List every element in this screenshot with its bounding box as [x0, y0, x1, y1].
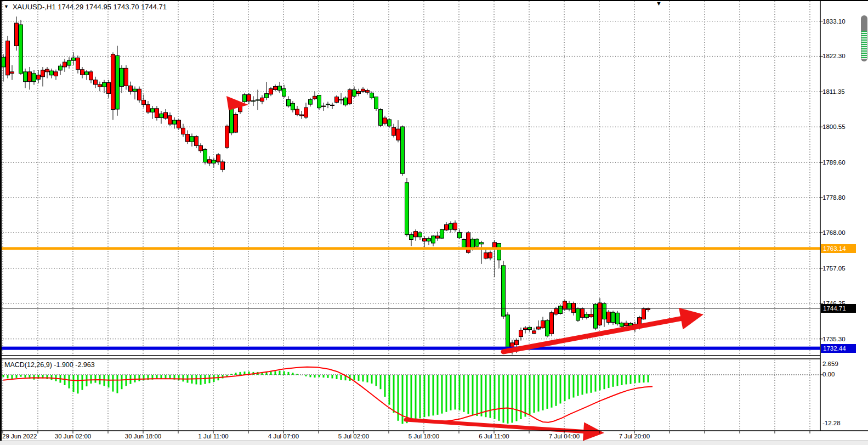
candle-body — [203, 149, 207, 162]
candle-body — [449, 223, 453, 229]
candle-body — [41, 70, 45, 77]
candle-body — [353, 89, 356, 96]
candle-body — [265, 94, 269, 98]
candle-body — [151, 109, 155, 112]
candle-body — [326, 104, 330, 105]
candle-body — [475, 239, 479, 246]
macd-downtrend-arrow — [406, 420, 583, 431]
resistance-level-line — [2, 247, 820, 250]
candle-body — [361, 89, 365, 91]
candle-body — [76, 58, 80, 69]
candle-body — [120, 68, 124, 86]
candle-body — [528, 327, 532, 329]
price-axis-label: 1789.60 — [822, 159, 846, 166]
candle-body — [519, 330, 523, 337]
chart-canvas[interactable] — [0, 0, 868, 445]
candle-body — [46, 69, 49, 72]
candle-body — [85, 72, 89, 75]
candle-body — [357, 91, 361, 93]
candle-body — [252, 101, 256, 102]
candle-body — [366, 91, 370, 93]
time-axis-label: 4 Jul 07:00 — [268, 432, 299, 440]
candle-body — [396, 129, 400, 140]
candle-body — [129, 86, 133, 91]
chart-shift-marker-icon[interactable]: ▼ — [656, 0, 662, 7]
macd-scale-zero: 0.00 — [822, 371, 835, 378]
macd-scale-max: 2.659 — [822, 360, 838, 368]
candle-body — [414, 232, 418, 237]
candle-body — [313, 96, 317, 99]
support-level-line — [2, 347, 820, 350]
candle-body — [515, 340, 519, 345]
candle-body — [19, 25, 23, 74]
candle-body — [611, 312, 615, 322]
candle-body — [598, 303, 602, 325]
candle-body — [524, 328, 527, 330]
time-axis-label: 5 Jul 18:00 — [409, 432, 439, 440]
candle-body — [432, 236, 435, 243]
candle-body — [375, 97, 378, 109]
candle-body — [572, 303, 576, 313]
candle-body — [594, 304, 598, 328]
candle-body — [581, 309, 585, 318]
candle-body — [282, 89, 286, 97]
candle-body — [208, 160, 212, 164]
candle-body — [537, 327, 541, 329]
candle-body — [217, 155, 220, 162]
candle-body — [107, 82, 111, 93]
candle-body — [506, 315, 510, 348]
candle-body — [559, 306, 563, 314]
candle-body — [164, 112, 168, 119]
candle-body — [405, 183, 409, 235]
price-axis-label: 1768.00 — [822, 229, 846, 236]
candle-body — [111, 54, 115, 110]
candle-body — [199, 145, 203, 150]
candle-body — [322, 106, 326, 106]
candle-body — [291, 103, 295, 110]
candle-body — [304, 108, 308, 117]
candle-body — [10, 72, 14, 74]
candle-body — [331, 105, 334, 105]
candle-body — [54, 72, 58, 76]
candle-body — [489, 252, 492, 258]
candle-body — [15, 23, 19, 46]
symbol-dropdown-icon[interactable]: ▼ — [4, 4, 9, 9]
candle-body — [190, 137, 194, 142]
candle-body — [317, 95, 321, 108]
candle-body — [269, 89, 273, 94]
candle-body — [440, 229, 444, 238]
candle-body — [370, 93, 374, 98]
candle-body — [72, 58, 76, 60]
mini-scrollbar[interactable] — [861, 15, 867, 61]
candle-body — [155, 109, 159, 118]
candle-body — [124, 68, 128, 86]
candle-body — [436, 236, 440, 238]
candle-body — [225, 126, 229, 148]
candle-body — [418, 233, 422, 237]
price-level-badge: 1744.71 — [821, 304, 856, 313]
candle-body — [576, 309, 580, 320]
candle-body — [230, 107, 234, 133]
candle-body — [383, 118, 387, 123]
candle-body — [309, 99, 313, 104]
window-border-left — [0, 0, 2, 441]
time-axis-label: 6 Jul 11:00 — [479, 432, 509, 440]
macd-scale-min: -12.28 — [822, 420, 841, 427]
scrollbar-stripes-icon — [861, 31, 867, 59]
candle-body — [620, 323, 624, 327]
candle-body — [89, 72, 93, 80]
candle-body — [6, 41, 10, 75]
candle-body — [133, 89, 137, 91]
candle-body — [300, 115, 304, 116]
candle-body — [423, 239, 427, 241]
candle-body — [260, 98, 264, 102]
time-axis-label: 7 Jul 04:00 — [549, 432, 580, 440]
time-axis-label: 5 Jul 02:00 — [338, 432, 369, 440]
candle-body — [160, 114, 163, 117]
candle-body — [427, 239, 431, 241]
candle-body — [541, 321, 545, 328]
candle-body — [63, 62, 67, 67]
candle-body — [642, 309, 646, 319]
candle-body — [94, 80, 98, 85]
candle-body — [221, 162, 225, 170]
